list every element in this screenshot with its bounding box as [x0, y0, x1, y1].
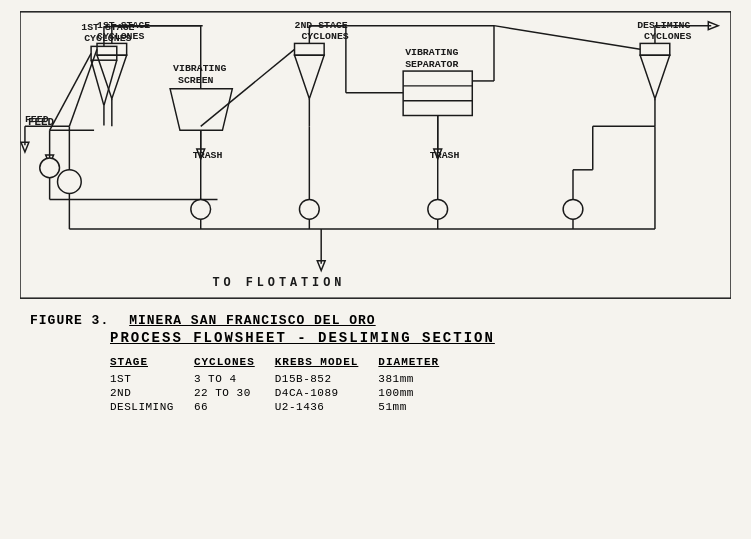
- svg-line-78: [494, 26, 640, 50]
- table-cell-2-1: 66: [194, 400, 275, 414]
- svg-line-34: [69, 49, 97, 126]
- col-header-krebs: KREBS MODEL: [275, 356, 379, 372]
- figure-label: FIGURE 3.: [30, 313, 109, 328]
- svg-line-11: [50, 53, 91, 130]
- svg-rect-29: [97, 43, 127, 55]
- figure-subtitle: PROCESS FLOWSHEET - DESLIMING SECTION: [110, 330, 731, 346]
- caption-area: FIGURE 3. MINERA SAN FRANCISCO DEL ORO P…: [20, 313, 731, 414]
- svg-text:CYCLONES: CYCLONES: [644, 31, 691, 42]
- page-container: text { font-family: 'Courier New', Couri…: [0, 0, 751, 539]
- diagram-area: text { font-family: 'Courier New', Couri…: [20, 10, 731, 305]
- table-cell-2-3: 51mm: [378, 400, 459, 414]
- svg-text:SEPARATOR: SEPARATOR: [405, 59, 458, 70]
- svg-text:FEED: FEED: [25, 114, 49, 125]
- table-row: 1ST3 TO 4D15B-852381mm: [110, 372, 459, 386]
- table-cell-1-1: 22 TO 30: [194, 386, 275, 400]
- svg-text:TO  FLOTATION: TO FLOTATION: [213, 276, 346, 290]
- col-header-cyclones: CYCLONES: [194, 356, 275, 372]
- svg-point-44: [191, 199, 211, 219]
- svg-text:SCREEN: SCREEN: [178, 75, 214, 86]
- svg-point-54: [299, 199, 319, 219]
- table-cell-1-0: 2ND: [110, 386, 194, 400]
- caption-line1: FIGURE 3. MINERA SAN FRANCISCO DEL ORO: [30, 313, 731, 328]
- svg-text:VIBRATING: VIBRATING: [405, 47, 458, 58]
- flowsheet-diagram: text { font-family: 'Courier New', Couri…: [20, 10, 731, 300]
- table-cell-1-3: 100mm: [378, 386, 459, 400]
- svg-point-81: [563, 199, 583, 219]
- data-table: STAGE CYCLONES KREBS MODEL DIAMETER 1ST3…: [110, 356, 459, 414]
- svg-marker-73: [640, 55, 670, 98]
- table-cell-0-3: 381mm: [378, 372, 459, 386]
- svg-text:CYCLONES: CYCLONES: [301, 31, 348, 42]
- figure-title: MINERA SAN FRANCISCO DEL ORO: [129, 313, 375, 328]
- svg-text:CYCLONES: CYCLONES: [97, 31, 144, 42]
- svg-rect-57: [403, 71, 472, 115]
- svg-text:VIBRATING: VIBRATING: [173, 63, 226, 74]
- table-cell-0-0: 1ST: [110, 372, 194, 386]
- svg-rect-72: [640, 43, 670, 55]
- svg-marker-37: [170, 89, 232, 130]
- svg-rect-47: [295, 43, 325, 55]
- table-cell-2-2: U2-1436: [275, 400, 379, 414]
- svg-marker-48: [295, 55, 325, 98]
- table-cell-0-1: 3 TO 4: [194, 372, 275, 386]
- svg-point-69: [428, 199, 448, 219]
- col-header-stage: STAGE: [110, 356, 194, 372]
- table-cell-1-2: D4CA-1089: [275, 386, 379, 400]
- svg-point-12: [40, 158, 60, 178]
- table-cell-2-0: DESLIMING: [110, 400, 194, 414]
- svg-line-51: [201, 49, 295, 126]
- table-row: DESLIMING66U2-143651mm: [110, 400, 459, 414]
- table-cell-0-2: D15B-852: [275, 372, 379, 386]
- table-header-row: STAGE CYCLONES KREBS MODEL DIAMETER: [110, 356, 459, 372]
- col-header-diameter: DIAMETER: [378, 356, 459, 372]
- svg-line-6: [91, 60, 104, 105]
- table-row: 2ND22 TO 30D4CA-1089100mm: [110, 386, 459, 400]
- svg-point-24: [58, 170, 82, 194]
